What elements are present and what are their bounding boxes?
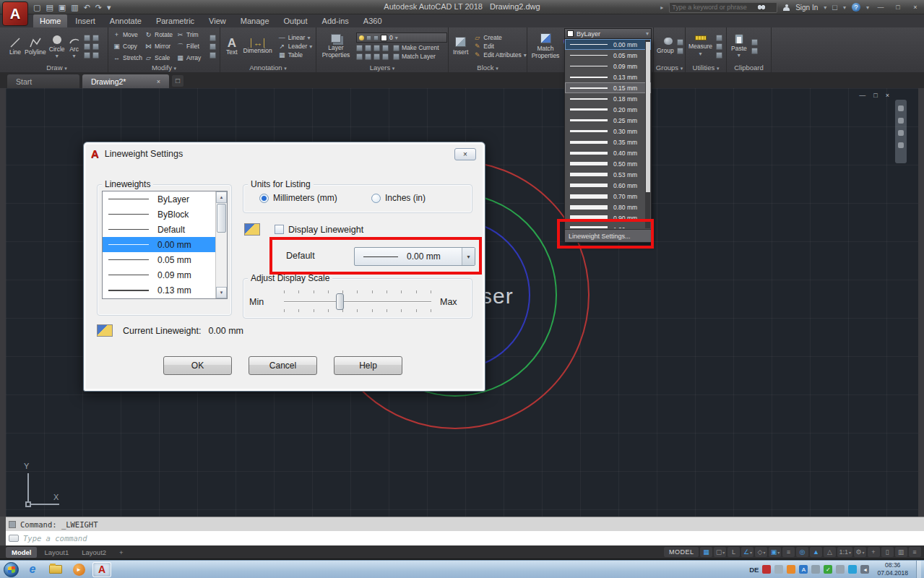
annotation-visibility-icon[interactable]: ▲	[810, 547, 822, 557]
layer-isolate-icon[interactable]	[365, 45, 371, 51]
rectangle-icon[interactable]	[84, 35, 90, 41]
lineweight-option[interactable]: 0.60 mm	[565, 180, 651, 191]
layout-tab[interactable]: Model	[6, 547, 37, 558]
search-history-icon[interactable]: ▸	[660, 4, 663, 11]
insert-button[interactable]: Insert	[453, 37, 468, 56]
restore-button[interactable]: □	[892, 3, 904, 12]
ribbon-tab[interactable]: Add-ins	[316, 14, 355, 27]
isodraft-icon[interactable]: ◇ ▾	[755, 547, 767, 557]
customization-icon[interactable]: ≡	[909, 547, 921, 557]
ribbon-tab[interactable]: Insert	[69, 14, 102, 27]
measure-button[interactable]: Measure ▾	[688, 35, 712, 57]
region-icon[interactable]	[92, 52, 99, 59]
start-button[interactable]	[4, 562, 19, 577]
cancel-button[interactable]: Cancel	[249, 356, 317, 375]
gradient-icon[interactable]	[92, 43, 99, 50]
linear-button[interactable]: —Linear▾	[278, 34, 312, 41]
line-button[interactable]: Line	[9, 36, 22, 56]
layout-tab[interactable]: +	[113, 547, 129, 558]
panel-label-clipboard[interactable]: Clipboard	[727, 64, 771, 72]
dropdown-scroll-thumb[interactable]	[646, 42, 650, 192]
language-indicator[interactable]: DE	[749, 566, 759, 574]
lineweight-option[interactable]: 0.05 mm	[565, 50, 651, 61]
tray-autodesk-icon[interactable]: A	[799, 565, 808, 574]
scroll-up-icon[interactable]: ▲	[216, 191, 227, 203]
lineweights-listbox[interactable]: ByLayer ByBlock Default	[102, 191, 228, 299]
file-tab-start[interactable]: Start	[7, 74, 79, 88]
command-input[interactable]	[23, 534, 457, 543]
tray-sync-icon[interactable]	[836, 565, 845, 574]
lineweight-option[interactable]: 0.20 mm	[565, 104, 651, 115]
text-button[interactable]: A Text	[226, 37, 238, 56]
table-button[interactable]: ▦Table	[278, 51, 312, 59]
autoscale-icon[interactable]: △	[824, 547, 836, 557]
minimize-button[interactable]: —	[875, 3, 886, 12]
dropdown-scrollbar[interactable]	[645, 40, 650, 228]
lineweight-option[interactable]: 0.50 mm	[565, 158, 651, 169]
file-tab-drawing[interactable]: Drawing2*×	[82, 74, 169, 88]
millimeters-radio[interactable]: Millimeters (mm)	[259, 193, 337, 203]
model-space-label[interactable]: MODEL	[664, 547, 699, 557]
snap-icon[interactable]: ▢ ▾	[714, 547, 726, 557]
selection-cycling-icon[interactable]: ◎	[796, 547, 808, 557]
panel-label-annotation[interactable]: Annotation ▾	[220, 64, 316, 72]
ungroup-icon[interactable]	[677, 39, 683, 46]
lineweight-option[interactable]: 0.15 mm	[565, 82, 651, 93]
display-lineweight-checkbox[interactable]	[275, 225, 284, 234]
media-player-button[interactable]: ▸	[69, 562, 88, 577]
modify-tool-button[interactable]: ▣Copy	[113, 41, 144, 52]
taskbar-clock[interactable]: 08:36 07.04.2018	[873, 561, 912, 577]
signin-button[interactable]: Sign In	[795, 4, 818, 12]
osnap-icon[interactable]: ▣ ▾	[769, 547, 781, 557]
quick-select-icon[interactable]	[716, 35, 722, 41]
lineweight-list-item[interactable]: 0.09 mm	[103, 267, 227, 282]
tray-cloud-icon[interactable]	[811, 565, 820, 574]
command-history-icon[interactable]	[9, 521, 16, 528]
layout-tab[interactable]: Layout2	[76, 547, 112, 558]
lineweight-list-item[interactable]: 0.00 mm	[103, 237, 227, 252]
a360-icon[interactable]: □	[832, 1, 837, 13]
modify-tool-button[interactable]: ✂Trim	[176, 30, 208, 40]
lineweight-combo[interactable]: ByLayer ▾	[564, 28, 652, 39]
annotation-monitor-icon[interactable]: +	[868, 547, 880, 557]
help-button[interactable]: Help	[334, 356, 402, 375]
drawing-close-icon[interactable]: ×	[886, 92, 889, 99]
grid-icon[interactable]: ▦	[700, 547, 712, 557]
lineweight-option[interactable]: 0.18 mm	[565, 93, 651, 104]
group-edit-icon[interactable]	[677, 48, 683, 54]
steering-wheel-icon[interactable]	[898, 142, 904, 148]
lineweight-option[interactable]: 0.25 mm	[565, 115, 651, 126]
ribbon-tab[interactable]: Annotate	[103, 14, 148, 27]
modify-tool-button[interactable]: ↻Rotate	[144, 30, 176, 40]
lineweight-list-item[interactable]: 0.05 mm	[103, 252, 227, 267]
layout-tab[interactable]: Layout1	[38, 547, 74, 558]
id-point-icon[interactable]	[716, 43, 722, 50]
annotation-scale-icon[interactable]: 1:1 ▾	[837, 547, 852, 557]
arc-caret-icon[interactable]: ▾	[73, 53, 76, 59]
ribbon-tab[interactable]: Manage	[234, 14, 276, 27]
help-icon[interactable]: ?	[852, 3, 860, 12]
signin-caret-icon[interactable]: ▾	[824, 4, 826, 11]
group-button[interactable]: Group	[657, 38, 674, 55]
panel-label-utilities[interactable]: Utilities ▾	[686, 64, 726, 72]
circle-button[interactable]: Circle ▾	[49, 33, 65, 60]
point-icon[interactable]	[84, 52, 90, 59]
modify-tool-button[interactable]: +Move	[113, 30, 144, 40]
tray-flag-icon[interactable]	[774, 565, 783, 574]
polyline-button[interactable]: Polyline	[25, 36, 46, 56]
layer-unisolate-icon[interactable]	[374, 53, 380, 60]
panel-label-draw[interactable]: Draw ▾	[6, 64, 108, 72]
panel-label-groups[interactable]: Groups ▾	[654, 64, 685, 72]
layer-combo[interactable]: 0 ▾	[356, 33, 447, 43]
layer-unlock-icon[interactable]	[365, 53, 371, 60]
lineweight-option[interactable]: 0.00 mm	[565, 39, 651, 50]
tray-update-icon[interactable]	[787, 565, 795, 574]
tray-red-icon[interactable]	[762, 565, 771, 574]
list-scrollbar[interactable]: ▲ ▼	[215, 191, 227, 298]
modify-tool-button[interactable]: ↔Stretch	[113, 53, 144, 64]
paste-button[interactable]: Paste ▾	[731, 34, 747, 59]
lineweight-list-item[interactable]: 0.13 mm	[103, 282, 227, 298]
tray-volume-icon[interactable]: ◂	[860, 565, 869, 574]
lineweight-icon[interactable]: ≡	[782, 547, 795, 557]
copy-clip-icon[interactable]	[751, 39, 758, 46]
